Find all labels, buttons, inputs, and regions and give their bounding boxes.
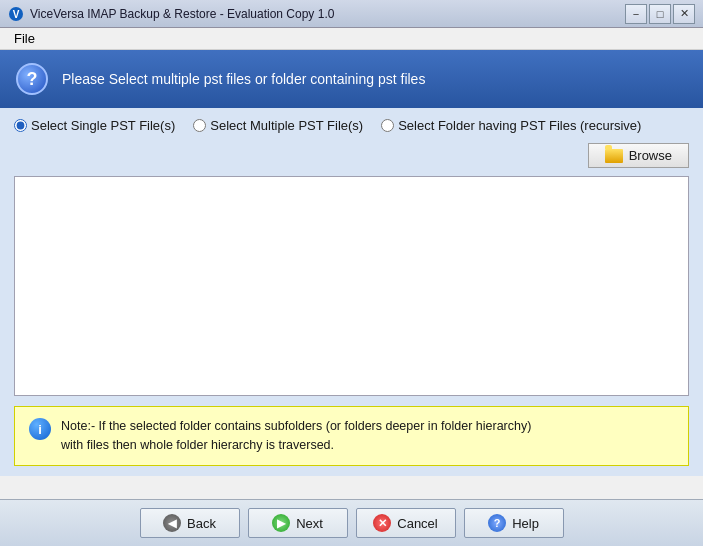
- radio-single-label: Select Single PST File(s): [31, 118, 175, 133]
- radio-multiple-label: Select Multiple PST File(s): [210, 118, 363, 133]
- help-label: Help: [512, 516, 539, 531]
- menu-bar: File: [0, 28, 703, 50]
- radio-folder-label: Select Folder having PST Files (recursiv…: [398, 118, 641, 133]
- radio-single-input[interactable]: [14, 119, 27, 132]
- title-controls: − □ ✕: [625, 4, 695, 24]
- next-label: Next: [296, 516, 323, 531]
- app-icon: V: [8, 6, 24, 22]
- help-icon: ?: [488, 514, 506, 532]
- cancel-label: Cancel: [397, 516, 437, 531]
- browse-row: Browse: [14, 143, 689, 168]
- footer: ◀ Back ▶ Next ✕ Cancel ? Help: [0, 499, 703, 546]
- close-button[interactable]: ✕: [673, 4, 695, 24]
- title-bar-left: V ViceVersa IMAP Backup & Restore - Eval…: [8, 6, 334, 22]
- browse-label: Browse: [629, 148, 672, 163]
- radio-multiple-input[interactable]: [193, 119, 206, 132]
- restore-button[interactable]: □: [649, 4, 671, 24]
- window-title: ViceVersa IMAP Backup & Restore - Evalua…: [30, 7, 334, 21]
- back-label: Back: [187, 516, 216, 531]
- next-icon: ▶: [272, 514, 290, 532]
- radio-folder[interactable]: Select Folder having PST Files (recursiv…: [381, 118, 641, 133]
- radio-group: Select Single PST File(s) Select Multipl…: [14, 118, 689, 133]
- minimize-button[interactable]: −: [625, 4, 647, 24]
- folder-icon: [605, 149, 623, 163]
- header-title: Please Select multiple pst files or fold…: [62, 71, 425, 87]
- radio-folder-input[interactable]: [381, 119, 394, 132]
- content-area: Select Single PST File(s) Select Multipl…: [0, 108, 703, 476]
- note-text: Note:- If the selected folder contains s…: [61, 417, 531, 455]
- svg-text:V: V: [13, 9, 20, 20]
- file-list[interactable]: [14, 176, 689, 396]
- cancel-icon: ✕: [373, 514, 391, 532]
- browse-button[interactable]: Browse: [588, 143, 689, 168]
- note-icon: i: [29, 418, 51, 440]
- header-icon: ?: [16, 63, 48, 95]
- cancel-button[interactable]: ✕ Cancel: [356, 508, 456, 538]
- back-button[interactable]: ◀ Back: [140, 508, 240, 538]
- title-bar: V ViceVersa IMAP Backup & Restore - Eval…: [0, 0, 703, 28]
- back-icon: ◀: [163, 514, 181, 532]
- next-button[interactable]: ▶ Next: [248, 508, 348, 538]
- note-panel: i Note:- If the selected folder contains…: [14, 406, 689, 466]
- radio-multiple[interactable]: Select Multiple PST File(s): [193, 118, 363, 133]
- help-button[interactable]: ? Help: [464, 508, 564, 538]
- radio-single[interactable]: Select Single PST File(s): [14, 118, 175, 133]
- menu-file[interactable]: File: [6, 29, 43, 48]
- header-panel: ? Please Select multiple pst files or fo…: [0, 50, 703, 108]
